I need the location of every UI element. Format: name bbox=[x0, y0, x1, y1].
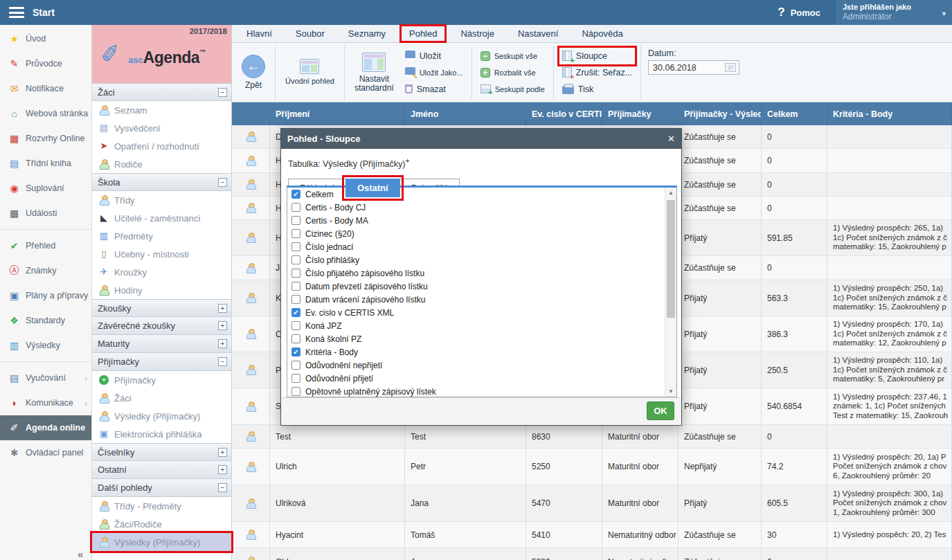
option-ev-cislo-v-certis-xml[interactable]: ✔Ev. cislo v CERTIS XML bbox=[287, 306, 676, 319]
sidebar-item-zn-mky[interactable]: Ⓐ Známky bbox=[0, 258, 91, 283]
tree-item-u-ebny-m-stnosti[interactable]: ▯ Učebny - místnosti bbox=[92, 245, 231, 263]
checkbox-checked-icon[interactable]: ✔ bbox=[291, 308, 300, 317]
checkbox-icon[interactable] bbox=[291, 255, 300, 264]
help-label[interactable]: Pomoc bbox=[791, 8, 820, 18]
col-header-ev-cislo-v-certis[interactable]: Ev. cislo v CERTIS bbox=[526, 102, 602, 125]
menu-nastaven-[interactable]: Nastavení bbox=[510, 26, 566, 41]
col-header-p-ij-ma-ky-v-sled[interactable]: Přijímačky - Výsled bbox=[679, 102, 762, 125]
columns-button[interactable]: Sloupce bbox=[559, 48, 635, 64]
tree-item--ci[interactable]: Žáci bbox=[92, 389, 231, 407]
table-row[interactable]: HyacintTomáš5410Nematuritný odborZúčastň… bbox=[232, 522, 952, 548]
option-kon-koln-pz[interactable]: Koná školní PZ bbox=[287, 332, 676, 345]
tree-item-t-dy-p-edm-ty[interactable]: Třídy - Předměty bbox=[92, 497, 231, 515]
save-as-button[interactable]: Uložit Jako... bbox=[402, 64, 466, 81]
tree-section--kola[interactable]: Škola − bbox=[92, 173, 231, 191]
expander-icon[interactable]: − bbox=[218, 88, 227, 97]
delete-button[interactable]: Smazat bbox=[402, 81, 466, 98]
back-button[interactable]: ← Zpět bbox=[237, 53, 269, 91]
checkbox-icon[interactable] bbox=[291, 387, 300, 396]
sidebar-item-suplov-n-[interactable]: ◉ Suplování bbox=[0, 176, 91, 201]
option-certis-body-cj[interactable]: Certis - Body CJ bbox=[287, 201, 676, 214]
option-op-tovn-uplatn-n-z-pisov-l-stek[interactable]: Opětovně uplatněný zápisový lístek bbox=[287, 385, 676, 397]
intro-view-button[interactable]: Úvodní pohled bbox=[281, 57, 339, 87]
checkbox-icon[interactable] bbox=[291, 361, 300, 370]
option-od-vodn-n-p-ijet-[interactable]: Odůvodnění přijetí bbox=[287, 372, 676, 385]
tree-item-rodi-e[interactable]: Rodiče bbox=[92, 155, 231, 173]
tree-item-t-dy[interactable]: Třídy bbox=[92, 191, 231, 209]
checkbox-icon[interactable] bbox=[291, 374, 300, 383]
scrollbar-thumb[interactable] bbox=[667, 200, 675, 318]
expander-icon[interactable]: − bbox=[218, 178, 227, 187]
checkbox-icon[interactable] bbox=[291, 321, 300, 330]
tree-item-u-itel-zam-stnanci[interactable]: ◣ Učitelé - zaměstnanci bbox=[92, 209, 231, 227]
option-datum-p-evzet-z-pisov-ho-l-stku[interactable]: Datum převzetí zápisového lístku bbox=[287, 280, 676, 293]
tree-item-seznam[interactable]: Seznam bbox=[92, 101, 231, 119]
scroll-down-icon[interactable]: ▼ bbox=[665, 386, 676, 397]
sidebar-item-agenda-online[interactable]: ✐ Agenda online bbox=[0, 415, 91, 440]
tree-item-v-sledky-p-ij-ma-ky-[interactable]: Výsledky (Přijímačky) bbox=[92, 407, 231, 425]
col-header-jm-no[interactable]: Jméno bbox=[405, 102, 526, 125]
table-row[interactable]: TestTest8630Maturitní oborZúčastňuje se0 bbox=[232, 425, 952, 449]
hamburger-menu-icon[interactable] bbox=[9, 7, 24, 18]
sidebar-item-standardy[interactable]: ❖ Standardy bbox=[0, 308, 91, 333]
checkbox-icon[interactable] bbox=[291, 229, 300, 238]
tree-item-p-edm-ty[interactable]: ▥ Předměty bbox=[92, 227, 231, 245]
option--slo-p-ihl-ky[interactable]: Číslo přihlášky bbox=[287, 253, 676, 267]
menu-hlavn-[interactable]: Hlavní bbox=[239, 26, 280, 41]
expander-icon[interactable]: − bbox=[218, 357, 227, 366]
option-certis-body-ma[interactable]: Certis - Body MA bbox=[287, 214, 676, 227]
checkbox-checked-icon[interactable]: ✔ bbox=[291, 190, 300, 199]
sidebar-item-webov-str-nka[interactable]: ⌂ Webová stránka bbox=[0, 101, 91, 126]
sidebar-item--vod[interactable]: ★ Úvod bbox=[0, 26, 91, 51]
tree-item-hodiny[interactable]: Hodiny bbox=[92, 281, 231, 299]
sidebar-item-ovl-dac-panel[interactable]: ✱ Ovládací panel bbox=[0, 440, 91, 465]
dialog-titlebar[interactable]: Pohled - Sloupce ✕ bbox=[281, 129, 681, 149]
tree-section--seln-ky[interactable]: Číselníky + bbox=[92, 443, 231, 461]
checkbox-icon[interactable] bbox=[291, 295, 300, 304]
group-all-button[interactable]: − Seskupit vše bbox=[478, 48, 548, 64]
expander-icon[interactable]: + bbox=[218, 448, 227, 457]
col-header-krit-ria-body[interactable]: Kritéria - Body bbox=[827, 102, 952, 125]
expander-icon[interactable]: + bbox=[218, 465, 227, 474]
checkbox-icon[interactable] bbox=[291, 282, 300, 291]
cancel-sort-button[interactable]: Zrušit: Seřaz... bbox=[559, 64, 635, 81]
expander-icon[interactable]: + bbox=[218, 339, 227, 348]
tree-section-zkou-ky[interactable]: Zkoušky + bbox=[92, 299, 231, 317]
sidebar-item-v-sledky[interactable]: ▥ Výsledky bbox=[0, 333, 91, 358]
tree-item-opat-en-rozhodnut-[interactable]: ➤ Opatření / rozhodnutí bbox=[92, 137, 231, 155]
menu-n-pov-da[interactable]: Nápověda bbox=[574, 26, 630, 41]
col-header-p-jmen-[interactable]: Příjmení bbox=[270, 102, 405, 125]
col-header-p-ij-ma-ky[interactable]: Přijímačky bbox=[602, 102, 679, 125]
expand-all-button[interactable]: + Rozbalit vše bbox=[478, 64, 548, 81]
help-icon[interactable]: ? bbox=[778, 6, 784, 19]
option-od-vodn-n-nep-ijet-[interactable]: Odůvodnění nepřijetí bbox=[287, 359, 676, 372]
col-header-icon[interactable] bbox=[232, 102, 270, 125]
option-krit-ria-body[interactable]: ✔Kritéria - Body bbox=[287, 345, 676, 359]
checkbox-checked-icon[interactable]: ✔ bbox=[291, 347, 300, 356]
tree-item--ci-rodi-e[interactable]: Žáci/Rodiče bbox=[92, 515, 231, 533]
sidebar-item-komunikace[interactable]: ◗ Komunikace › bbox=[0, 390, 91, 415]
col-header-celkem[interactable]: Celkem bbox=[762, 102, 827, 125]
start-label[interactable]: Start bbox=[33, 7, 55, 18]
close-icon[interactable]: ✕ bbox=[667, 134, 675, 144]
ok-button[interactable]: OK bbox=[647, 401, 674, 420]
tree-item-p-ij-ma-ky[interactable]: + Přijímačky bbox=[92, 371, 231, 389]
expander-icon[interactable]: + bbox=[218, 304, 227, 313]
sidebar-item-t-dn-kniha[interactable]: ▤ Třídní kniha bbox=[0, 151, 91, 176]
collapse-sidebar-icon[interactable]: « bbox=[78, 548, 83, 560]
scroll-up-icon[interactable]: ▲ bbox=[665, 188, 676, 198]
tree-section-ostatn-[interactable]: Ostatní + bbox=[92, 461, 231, 479]
tree-item-elektronick-p-ihl-ka[interactable]: ▣ Elektronická přihláška bbox=[92, 425, 231, 443]
tree-section-maturity[interactable]: Maturity + bbox=[92, 335, 231, 353]
tree-section-p-ij-ma-ky[interactable]: Přijímačky − bbox=[92, 353, 231, 371]
scrollbar[interactable]: ▲ ▼ bbox=[665, 188, 676, 397]
sidebar-item-pl-ny-a-p-pravy[interactable]: ▣ Plány a přípravy bbox=[0, 283, 91, 308]
expander-icon[interactable]: − bbox=[218, 483, 227, 492]
sidebar-item-notifikace[interactable]: ✉ Notifikace bbox=[0, 76, 91, 101]
option-cizinec-20-[interactable]: Cizinec (§20) bbox=[287, 227, 676, 240]
table-row[interactable]: UlrikováJana5470Maturitní oborPřijatý605… bbox=[232, 485, 952, 522]
menu-n-stroje[interactable]: Nástroje bbox=[453, 26, 501, 41]
tree-item-vysv-d-en-[interactable]: ▤ Vysvědčení bbox=[92, 119, 231, 137]
calendar-icon[interactable]: 17 bbox=[725, 63, 736, 72]
table-row[interactable]: UlrichPetr5250Maturitní oborNepřijatý74.… bbox=[232, 449, 952, 485]
